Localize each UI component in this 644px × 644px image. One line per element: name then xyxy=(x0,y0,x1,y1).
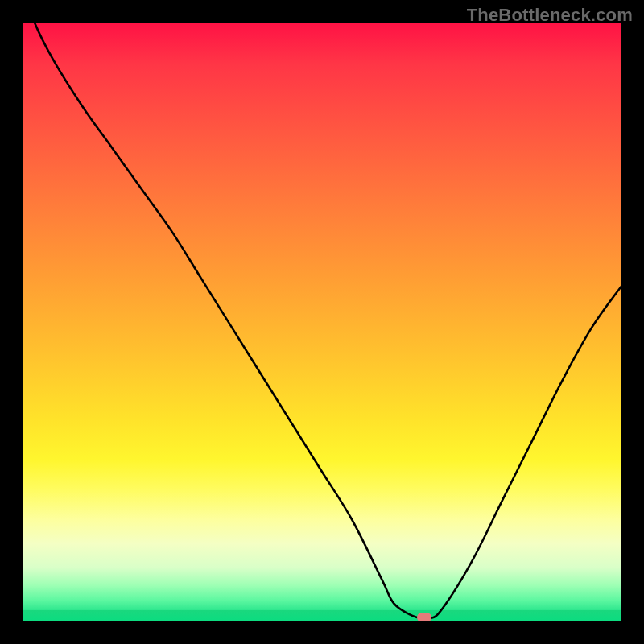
bottleneck-curve xyxy=(23,23,621,621)
plot-area xyxy=(23,23,621,621)
valley-marker xyxy=(417,613,431,621)
watermark-text: TheBottleneck.com xyxy=(467,5,633,26)
chart-frame: TheBottleneck.com xyxy=(0,0,644,644)
